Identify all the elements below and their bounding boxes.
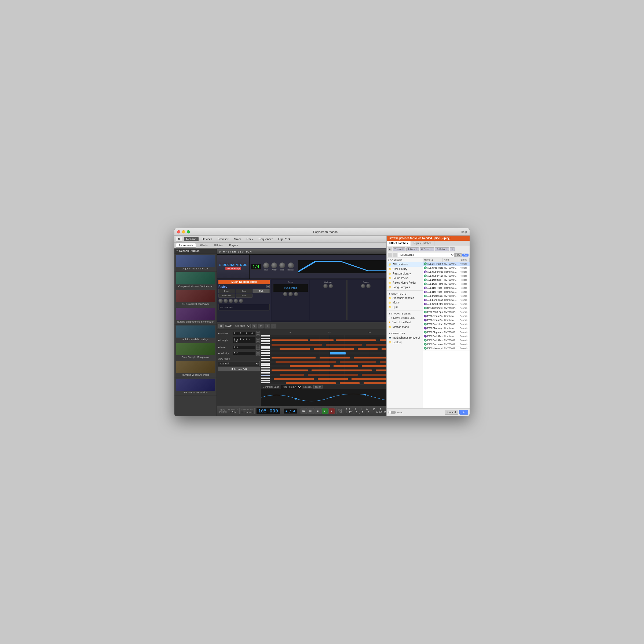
device-item-id8[interactable]: ID8 Instrument Device bbox=[174, 378, 217, 396]
note-bar-2[interactable] bbox=[310, 339, 334, 341]
location-dropdown[interactable]: All Locations bbox=[398, 253, 455, 257]
ripley-knob-1[interactable] bbox=[218, 299, 223, 303]
nav-best-of-best[interactable]: ★ Best of the Best bbox=[387, 320, 423, 325]
play-preview-btn[interactable]: ▶ bbox=[388, 248, 392, 251]
note-stepper[interactable]: ▲ ▼ bbox=[256, 345, 260, 350]
help-button[interactable]: Help bbox=[461, 230, 467, 233]
note-bar-15[interactable] bbox=[320, 357, 350, 358]
grid-dropdown[interactable]: Grid (1/8) bbox=[233, 324, 251, 328]
tab-effects[interactable]: Effects bbox=[196, 243, 210, 248]
note-bar-34[interactable] bbox=[340, 382, 360, 384]
clear-btn[interactable]: Clear bbox=[313, 385, 323, 389]
zoom-out-btn[interactable]: - bbox=[271, 324, 276, 328]
space-knob-2[interactable] bbox=[366, 284, 371, 288]
nav-new-favorite[interactable]: + + New Favorite List... bbox=[387, 316, 423, 320]
rewind-btn[interactable]: ⏮ bbox=[301, 408, 307, 414]
flat-btn[interactable]: Flat bbox=[462, 254, 469, 257]
list-row-5[interactable]: R ALL DLS RichPlate.rv7 RV7000 Patch Rev… bbox=[423, 282, 470, 286]
hold-knob[interactable] bbox=[279, 262, 285, 268]
note-bar-19[interactable] bbox=[340, 361, 376, 363]
cancel-btn[interactable]: Cancel bbox=[445, 410, 458, 415]
auto-toggle-track[interactable] bbox=[388, 411, 396, 414]
rate-knob[interactable] bbox=[263, 262, 269, 268]
list-row-12[interactable]: R EFX 2600 Spring.rv7 RV7000 Patch Rever… bbox=[423, 310, 470, 314]
device-item-europa[interactable]: Europa Shapeshifting Synthesizer bbox=[174, 307, 217, 325]
device-item-friktion[interactable]: Friktion Modeled Strings bbox=[174, 325, 217, 342]
filter-t-dark[interactable]: T: Dark ✕ bbox=[406, 248, 419, 251]
menu-mixer[interactable]: Mixer bbox=[232, 237, 243, 241]
note-bar-3[interactable] bbox=[336, 339, 376, 341]
section-btn-mult[interactable]: Mult bbox=[253, 289, 270, 293]
filter-c-delay[interactable]: C: Delay ✕ bbox=[435, 248, 449, 251]
note-bar-10[interactable] bbox=[280, 348, 310, 350]
note-bar-31[interactable] bbox=[318, 378, 348, 380]
list-row-4[interactable]: R ALL DarkStrsHall.rv7 RV7000 Patch Reve… bbox=[423, 278, 470, 282]
minimize-button[interactable] bbox=[182, 230, 185, 233]
device-item-humana[interactable]: Humana Vocal Ensemble bbox=[174, 360, 217, 378]
section-btn-filter[interactable]: Filter bbox=[236, 294, 252, 298]
note-bar-7[interactable] bbox=[326, 344, 362, 346]
ripley-knob-4[interactable] bbox=[234, 299, 238, 303]
note-bar-21[interactable] bbox=[290, 365, 330, 367]
nav-computer-user[interactable]: 💻 mattiashaggstromgerdt bbox=[387, 335, 423, 340]
play-btn[interactable]: ▶ bbox=[321, 408, 328, 414]
filter-c-revert[interactable]: C: Revert ✕ bbox=[420, 248, 434, 251]
nav-mattias-made[interactable]: 📁 Mattias-made bbox=[387, 325, 423, 329]
tab-utilities[interactable]: Utilities bbox=[211, 243, 226, 248]
menu-sequencer[interactable]: Sequencer bbox=[256, 237, 275, 241]
close-button[interactable] bbox=[177, 230, 180, 233]
nav-desktop[interactable]: 📁 Desktop bbox=[387, 340, 423, 345]
delay-knob-1[interactable] bbox=[283, 292, 287, 296]
section-btn-gate[interactable]: Gate bbox=[236, 289, 252, 293]
ripley-knob-2[interactable] bbox=[224, 299, 228, 303]
space-knob-1[interactable] bbox=[361, 284, 365, 288]
up-btn[interactable]: Up bbox=[455, 253, 461, 257]
note-bar-33[interactable] bbox=[286, 382, 336, 384]
section-btn-delay[interactable]: Delay bbox=[218, 289, 235, 293]
menu-reason[interactable]: Reason bbox=[184, 237, 199, 241]
note-bar-24[interactable] bbox=[272, 369, 308, 371]
nav-sidechain-repatch[interactable]: 📁 Sidechain.repatch bbox=[387, 296, 423, 300]
multi-lane-btn[interactable]: Multi Lane Edit bbox=[218, 367, 260, 371]
time-sig-display[interactable]: 4 / 4 bbox=[284, 408, 297, 414]
nav-ljud[interactable]: 📁 Ljud bbox=[387, 305, 423, 309]
list-row-3[interactable]: R ALL CuperHall Dark.rv7 RV7000 Patch Re… bbox=[423, 274, 470, 278]
pos-stepper[interactable]: ▲ ▼ bbox=[256, 331, 260, 336]
list-row-8[interactable]: R ALL Impressions.rv7 RV7000 Patch Rever… bbox=[423, 294, 470, 298]
note-bar-14[interactable] bbox=[272, 357, 316, 358]
wobbler-knob-1[interactable] bbox=[323, 284, 328, 288]
list-row-11[interactable]: R DRM 80sGatePlate.rv7 RV7000 Patch Reve… bbox=[423, 306, 470, 310]
nav-sound-packs[interactable]: 📁 Sound Packs bbox=[387, 276, 423, 280]
note-bar-18[interactable] bbox=[276, 361, 336, 363]
note-bar-25[interactable] bbox=[312, 369, 372, 371]
note-bar-selected[interactable] bbox=[330, 352, 346, 354]
list-row-21[interactable]: R EFX Masonry Plate.rv7 RV7000 Patch Rev… bbox=[423, 346, 470, 350]
nav-music[interactable]: 📁 Music bbox=[387, 300, 423, 305]
device-item-drocto[interactable]: Dr. Octo Rex Loop Player bbox=[174, 289, 217, 307]
note-bar-12[interactable] bbox=[358, 348, 378, 350]
delay-knob-3[interactable] bbox=[294, 292, 298, 296]
col-header-parent[interactable]: Parent bbox=[458, 258, 470, 262]
view-mode-dropdown[interactable]: Key Edit bbox=[218, 361, 260, 366]
list-row-2[interactable]: C ALL Cuper Hall Dark.cmb Combinator Pat… bbox=[423, 270, 470, 274]
list-row-9[interactable]: C ALL Long Stack Dark.cmb Combinator Pat… bbox=[423, 298, 470, 302]
nav-back-btn[interactable]: ‹ bbox=[388, 253, 392, 257]
select-tool-btn[interactable]: ◻ bbox=[258, 324, 264, 328]
list-row-0[interactable]: R ALL 1st Plate.rv7 RV7000 Patch Reverb bbox=[423, 262, 470, 266]
col-header-kind[interactable]: Kind bbox=[443, 258, 458, 262]
list-row-6[interactable]: C ALL Hall Pass - Dark & Dense.cmb Combi… bbox=[423, 286, 470, 290]
menu-flip-rack[interactable]: Flip Rack bbox=[276, 237, 293, 241]
note-bar-27[interactable] bbox=[280, 374, 303, 376]
list-row-7[interactable]: C ALL Hall Pass - Vista.cmb Combinator P… bbox=[423, 290, 470, 294]
nav-reason-library[interactable]: 📁 Reason Library bbox=[387, 271, 423, 276]
list-row-1[interactable]: R ALL Crag Valley.rv7 RV7000 Patch Rever… bbox=[423, 266, 470, 270]
stop-btn[interactable]: ■ bbox=[314, 408, 321, 414]
note-bar-11[interactable] bbox=[314, 348, 354, 350]
note-bar-30[interactable] bbox=[274, 378, 314, 380]
list-row-10[interactable]: C ALL Short Stack Dark.cmb Combinator Pa… bbox=[423, 302, 470, 306]
menu-rack[interactable]: Rack bbox=[244, 237, 255, 241]
nav-fwd-btn[interactable]: › bbox=[393, 253, 397, 257]
ripley-knob-5[interactable] bbox=[239, 299, 243, 303]
close-key-edit-btn[interactable]: ✕ bbox=[218, 324, 224, 328]
attack-knob[interactable] bbox=[271, 262, 277, 268]
